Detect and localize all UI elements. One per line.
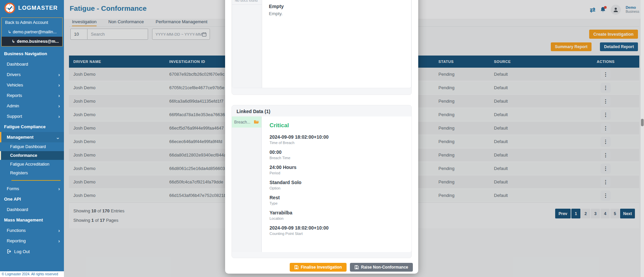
sidebar-item-drivers[interactable]: Drivers› [0,69,64,80]
sidebar-item-conformance[interactable]: Conformance [0,151,64,160]
detail-label: Option [270,186,408,191]
empty-card: No docs found Empty Empty. [232,0,412,88]
branch-arrow-icon: ↳ [12,39,15,44]
save-icon [355,265,359,269]
breach-rail-tab[interactable]: Breach... [232,116,261,128]
detail-pair: Standard Solo Option [270,180,408,191]
breach-details: Critical 2024-09-09 18:02:00+10:00 Time … [262,116,412,252]
detail-label: Type [270,201,408,206]
detail-value: 00:00 [270,149,408,155]
detail-label: Location [270,216,408,221]
nav-divider [11,180,61,181]
detail-value: 2024-09-09 18:02:00+10:00 [270,225,408,231]
sidebar-item-reporting[interactable]: Reporting› [0,236,64,246]
detail-value: 24:00 Hours [270,165,408,170]
logout-button[interactable]: Log Out [0,246,64,257]
linked-data-rail: Breach... [232,116,262,252]
chevron-right-icon: › [58,104,60,108]
detail-pair: Rest Type [270,195,408,206]
chevron-right-icon: › [58,73,60,76]
account-switcher: Back to Admin Account ↳demo.partner@mail… [1,18,63,46]
sidebar-item-vehicles[interactable]: Vehicles› [0,80,64,90]
sidebar-item-dashboard[interactable]: Dashboard [0,59,64,69]
breach-rail-label: Breach... [234,120,252,125]
sidebar-nav: Business Navigation Dashboard Drivers› V… [0,48,64,271]
detail-pair: 2024-09-09 18:02:00+10:00 Time of Breach [270,134,408,145]
partner-account-link[interactable]: ↳demo.partner@mailin... [2,27,62,37]
nav-header-business-navigation: Business Navigation [0,48,64,59]
open-folder-icon [254,120,259,124]
linked-data-title: Linked Data (1) [232,105,412,116]
detail-pair: 24:00 Hours Period [270,165,408,175]
sidebar-item-forms[interactable]: Forms› [0,183,64,194]
detail-label: Breach Time [270,156,408,160]
chevron-right-icon: › [58,239,60,243]
chevron-down-icon: ⌄ [56,136,60,139]
chevron-right-icon: › [58,229,60,232]
logo[interactable]: LOGMASTER [0,0,64,16]
chevron-right-icon: › [58,115,60,118]
empty-title: Empty [269,4,411,9]
sidebar-item-management[interactable]: Management⌄ [0,132,64,142]
empty-body: Empty. [269,11,411,16]
app-root: LOGMASTER Back to Admin Account ↳demo.pa… [0,0,644,277]
breach-detail-list: 2024-09-09 18:02:00+10:00 Time of Breach… [270,134,408,236]
sidebar: LOGMASTER Back to Admin Account ↳demo.pa… [0,0,64,277]
detail-value: Rest [270,195,408,200]
detail-label: Counting Point Start [270,232,408,236]
chevron-right-icon: › [58,83,60,87]
detail-label: Period [270,171,408,175]
detail-label: Time of Breach [270,141,408,145]
detail-pair: 00:00 Breach Time [270,149,408,160]
modal-actions: Finalise Investigation Raise Non-Conform… [290,263,413,272]
detail-pair: Yarrabilba Location [270,210,408,221]
linked-data-body: Breach... Critical [232,116,412,252]
finalise-investigation-button[interactable]: Finalise Investigation [290,263,347,272]
back-to-admin-link[interactable]: Back to Admin Account [2,18,62,27]
empty-card-content: Empty Empty. [262,0,411,88]
vertical-scrollbar[interactable] [641,0,644,277]
nav-header-one-api: One API [0,194,64,204]
logo-text: LOGMASTER [18,5,58,11]
sidebar-item-reports[interactable]: Reports› [0,90,64,101]
sidebar-item-support[interactable]: Support› [0,111,64,122]
empty-panel: No docs found Empty Empty. [231,0,412,95]
sidebar-item-fatigue-accreditation[interactable]: Fatigue Accreditation [0,160,64,169]
logout-icon [7,249,11,254]
empty-card-rail: No docs found [232,0,262,88]
raise-non-conformance-button[interactable]: Raise Non-Conformance [350,263,413,272]
chevron-right-icon: › [58,94,60,97]
linked-data-panel: Linked Data (1) Breach... Critic [231,105,412,258]
sidebar-item-one-api-dashboard[interactable]: Dashboard [0,204,64,215]
chevron-right-icon: › [58,187,60,191]
copyright-text: © Logmaster 2024. All rights reserved [0,271,64,277]
nav-header-mass-management: Mass Management [0,215,64,225]
nav-header-fatigue-compliance: Fatigue Compliance [0,122,64,132]
sidebar-item-fatigue-dashboard[interactable]: Fatigue Dashboard [0,142,64,151]
detail-value: Standard Solo [270,180,408,185]
sidebar-item-registers[interactable]: Registers [0,169,64,177]
detail-pair: 2024-09-09 18:02:00+10:00 Counting Point… [270,225,408,236]
detail-value: Yarrabilba [270,210,408,215]
business-account-link[interactable]: ↳demo.business@m... [2,37,62,46]
sidebar-item-admin[interactable]: Admin› [0,101,64,111]
branch-arrow-icon: ↳ [8,30,11,34]
save-icon [294,265,298,269]
sidebar-item-functions[interactable]: Functions› [0,225,64,236]
breach-severity: Critical [270,122,408,129]
clock-logo-icon [4,2,15,14]
scrollbar-thumb[interactable] [641,119,644,126]
detail-value: 2024-09-09 18:02:00+10:00 [270,134,408,140]
no-docs-found-note: No docs found [232,0,262,5]
investigation-modal: No docs found Empty Empty. Linked Data (… [225,0,418,274]
